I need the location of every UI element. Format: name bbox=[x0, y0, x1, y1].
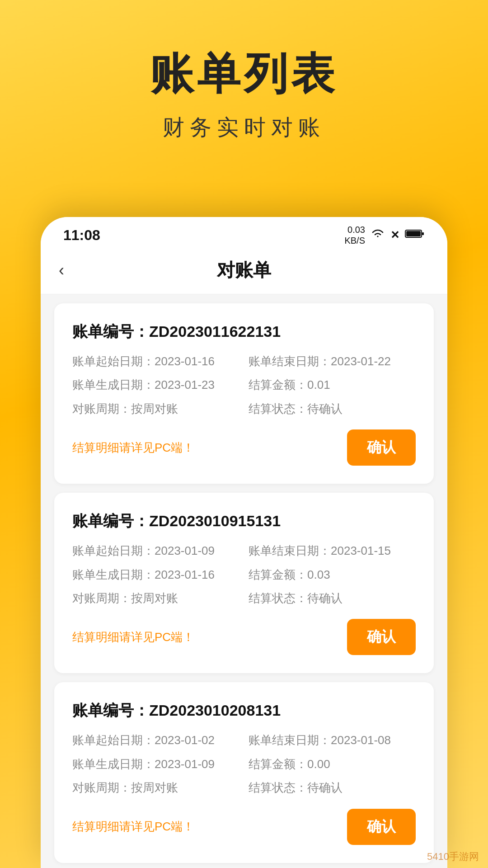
main-title: 账单列表 bbox=[27, 45, 461, 104]
bill-id-3: 账单编号：ZD2023010208131 bbox=[72, 700, 416, 721]
svg-rect-2 bbox=[406, 231, 421, 236]
period-1: 对账周期：按周对账 bbox=[72, 401, 239, 417]
bill-grid-3: 账单起始日期：2023-01-02 账单结束日期：2023-01-08 账单生成… bbox=[72, 732, 416, 796]
bill-id-label-2: 账单编号： bbox=[72, 512, 149, 529]
settlement-note-1: 结算明细请详见PC端！ bbox=[72, 440, 194, 456]
content-area: 账单编号：ZD2023011622131 账单起始日期：2023-01-16 账… bbox=[41, 294, 447, 868]
bill-card-1: 账单编号：ZD2023011622131 账单起始日期：2023-01-16 账… bbox=[54, 303, 434, 484]
gen-date-2: 账单生成日期：2023-01-16 bbox=[72, 566, 239, 583]
bill-card-2: 账单编号：ZD2023010915131 账单起始日期：2023-01-09 账… bbox=[54, 493, 434, 673]
start-date-2: 账单起始日期：2023-01-09 bbox=[72, 542, 239, 559]
gen-date-1: 账单生成日期：2023-01-23 bbox=[72, 377, 239, 393]
x-icon: ✕ bbox=[390, 229, 399, 241]
amount-2: 结算金额：0.03 bbox=[249, 566, 416, 583]
gen-date-3: 账单生成日期：2023-01-09 bbox=[72, 756, 239, 772]
nav-bar: ‹ 对账单 bbox=[41, 249, 447, 294]
bill-id-1: 账单编号：ZD2023011622131 bbox=[72, 321, 416, 342]
period-2: 对账周期：按周对账 bbox=[72, 590, 239, 606]
network-speed: 0.03KB/S bbox=[344, 224, 365, 246]
wifi-icon bbox=[371, 228, 385, 242]
settlement-note-3: 结算明细请详见PC端！ bbox=[72, 819, 194, 835]
end-date-3: 账单结束日期：2023-01-08 bbox=[249, 732, 416, 748]
battery-icon bbox=[405, 228, 425, 242]
phone-frame: 11:08 0.03KB/S ✕ ‹ 对账单 bbox=[41, 217, 447, 868]
top-section: 账单列表 财务实时对账 bbox=[0, 0, 488, 169]
end-date-2: 账单结束日期：2023-01-15 bbox=[249, 542, 416, 559]
bill-card-3: 账单编号：ZD2023010208131 账单起始日期：2023-01-02 账… bbox=[54, 682, 434, 863]
bill-footer-3: 结算明细请详见PC端！ 确认 bbox=[72, 809, 416, 845]
amount-1: 结算金额：0.01 bbox=[249, 377, 416, 393]
start-date-1: 账单起始日期：2023-01-16 bbox=[72, 353, 239, 369]
bill-footer-1: 结算明细请详见PC端！ 确认 bbox=[72, 429, 416, 466]
status-bar: 11:08 0.03KB/S ✕ bbox=[41, 217, 447, 249]
svg-rect-1 bbox=[422, 232, 424, 235]
status-3: 结算状态：待确认 bbox=[249, 779, 416, 796]
bill-id-2: 账单编号：ZD2023010915131 bbox=[72, 511, 416, 532]
back-button[interactable]: ‹ bbox=[59, 261, 64, 280]
watermark: 5410手游网 bbox=[427, 850, 479, 863]
amount-3: 结算金额：0.00 bbox=[249, 756, 416, 772]
confirm-btn-1[interactable]: 确认 bbox=[347, 429, 416, 466]
bill-grid-2: 账单起始日期：2023-01-09 账单结束日期：2023-01-15 账单生成… bbox=[72, 542, 416, 606]
settlement-note-2: 结算明细请详见PC端！ bbox=[72, 629, 194, 645]
confirm-btn-2[interactable]: 确认 bbox=[347, 619, 416, 655]
status-1: 结算状态：待确认 bbox=[249, 401, 416, 417]
bill-grid-1: 账单起始日期：2023-01-16 账单结束日期：2023-01-22 账单生成… bbox=[72, 353, 416, 417]
period-3: 对账周期：按周对账 bbox=[72, 779, 239, 796]
nav-title: 对账单 bbox=[217, 258, 271, 283]
start-date-3: 账单起始日期：2023-01-02 bbox=[72, 732, 239, 748]
end-date-1: 账单结束日期：2023-01-22 bbox=[249, 353, 416, 369]
sub-title: 财务实时对账 bbox=[27, 113, 461, 142]
bill-id-label-3: 账单编号： bbox=[72, 702, 149, 719]
bill-footer-2: 结算明细请详见PC端！ 确认 bbox=[72, 619, 416, 655]
status-icons: 0.03KB/S ✕ bbox=[344, 224, 425, 246]
status-2: 结算状态：待确认 bbox=[249, 590, 416, 606]
status-time: 11:08 bbox=[63, 227, 100, 244]
bill-id-label-1: 账单编号： bbox=[72, 323, 149, 340]
confirm-btn-3[interactable]: 确认 bbox=[347, 809, 416, 845]
